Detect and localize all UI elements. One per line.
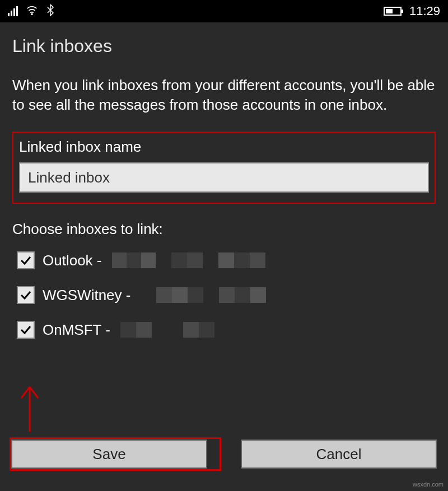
choose-inboxes-label: Choose inboxes to link: — [12, 221, 436, 238]
cancel-button[interactable]: Cancel — [241, 439, 437, 469]
inbox-row-wgswitney[interactable]: WGSWitney - — [17, 286, 436, 304]
wifi-icon — [26, 4, 38, 18]
linked-inbox-name-section: Linked inbox name — [12, 132, 436, 204]
button-row: Save Cancel — [11, 439, 437, 469]
bluetooth-icon — [46, 4, 55, 18]
checkbox-wgswitney[interactable] — [17, 286, 35, 304]
inbox-row-onmsft[interactable]: OnMSFT - — [17, 321, 436, 339]
svg-point-0 — [31, 13, 32, 15]
battery-icon — [384, 7, 402, 16]
annotation-arrow-icon — [16, 384, 44, 437]
status-right: 11:29 — [384, 4, 440, 18]
redacted-email-icon — [120, 322, 230, 338]
cellular-signal-icon — [8, 6, 18, 16]
watermark: wsxdn.com — [413, 481, 444, 488]
checkbox-onmsft[interactable] — [17, 321, 35, 339]
page-title: Link inboxes — [12, 36, 436, 57]
inbox-checkbox-list: Outlook - WGSWitney - — [12, 251, 436, 339]
redacted-email-icon — [141, 287, 266, 303]
status-bar: 11:29 — [0, 0, 448, 22]
save-button[interactable]: Save — [11, 439, 207, 469]
redacted-email-icon — [112, 252, 265, 268]
checkbox-outlook[interactable] — [17, 251, 35, 269]
inbox-label-outlook: Outlook - — [43, 252, 102, 269]
linked-inbox-name-label: Linked inbox name — [19, 138, 429, 156]
page-description: When you link inboxes from your differen… — [12, 76, 436, 115]
inbox-label-onmsft: OnMSFT - — [43, 321, 110, 339]
inbox-label-wgswitney: WGSWitney - — [43, 287, 130, 304]
status-left — [8, 4, 55, 18]
clock: 11:29 — [409, 4, 440, 18]
content-area: Link inboxes When you link inboxes from … — [0, 22, 448, 369]
inbox-row-outlook[interactable]: Outlook - — [17, 251, 436, 269]
linked-inbox-name-input[interactable] — [19, 162, 429, 193]
